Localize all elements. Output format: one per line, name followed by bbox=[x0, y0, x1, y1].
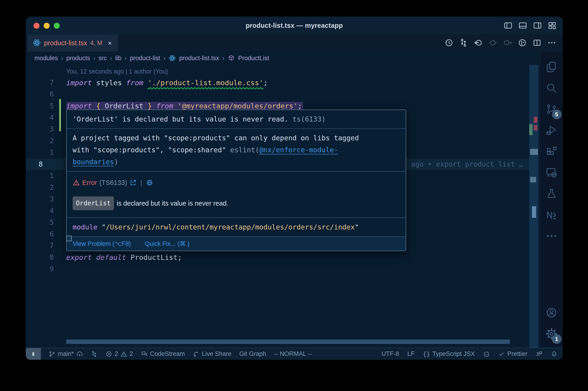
minimize-window-button[interactable] bbox=[44, 23, 50, 29]
remote-indicator[interactable] bbox=[26, 348, 41, 360]
run-debug-icon[interactable] bbox=[541, 120, 562, 141]
code-editor[interactable]: You, 12 seconds ago | 1 author (You)7imp… bbox=[26, 65, 540, 348]
close-window-button[interactable] bbox=[34, 23, 39, 29]
breadcrumb-item[interactable]: product-list.tsx bbox=[179, 55, 219, 62]
customize-layout-icon[interactable] bbox=[548, 21, 557, 31]
notifications-status[interactable] bbox=[551, 351, 558, 357]
status-bar: main* 2 2 CodeStream Live Share Git Grap… bbox=[26, 348, 563, 360]
quick-fix-link[interactable]: Quick Fix... (⌘.) bbox=[145, 240, 189, 247]
split-editor-icon[interactable] bbox=[532, 38, 542, 48]
error-circle-icon bbox=[105, 351, 112, 357]
globe-icon[interactable] bbox=[146, 179, 153, 186]
traffic-lights bbox=[34, 23, 60, 29]
line-number bbox=[26, 65, 66, 77]
git-added-mark bbox=[529, 124, 533, 135]
line-number: 3 bbox=[26, 194, 66, 205]
chevron-right-icon: › bbox=[61, 55, 63, 62]
search-icon[interactable] bbox=[541, 77, 562, 98]
code-line: You, 12 seconds ago | 1 author (You) bbox=[26, 65, 529, 77]
breadcrumb-item[interactable]: product-list bbox=[130, 55, 160, 62]
zoom-window-button[interactable] bbox=[54, 23, 60, 29]
code-line: 9 bbox=[26, 263, 529, 275]
error-label: Error bbox=[82, 177, 97, 189]
react-icon bbox=[33, 39, 41, 48]
compare-changes-status[interactable] bbox=[91, 351, 98, 357]
octoface-icon bbox=[483, 351, 490, 357]
copilot-status[interactable] bbox=[483, 351, 490, 357]
share-icon bbox=[193, 351, 200, 357]
chevron-right-icon: › bbox=[125, 55, 127, 62]
git-branch-icon bbox=[49, 351, 56, 357]
nx-console-icon[interactable] bbox=[541, 204, 562, 225]
warning-triangle-icon bbox=[73, 179, 80, 186]
breadcrumb-item[interactable]: src bbox=[98, 55, 107, 62]
encoding-status[interactable]: UTF-8 bbox=[382, 350, 399, 357]
extensions-icon[interactable] bbox=[541, 141, 562, 162]
error-code: (TS6133) bbox=[99, 177, 127, 189]
request-changes-icon[interactable] bbox=[459, 38, 468, 48]
breadcrumb-item[interactable]: products bbox=[66, 55, 90, 62]
close-tab-icon[interactable]: × bbox=[108, 39, 112, 47]
tooltip-error-detail: Error(TS6133) | OrderList is declared bu… bbox=[67, 172, 406, 218]
symbol-chip: OrderList bbox=[73, 196, 114, 210]
timeline-history-icon[interactable] bbox=[444, 38, 453, 48]
error-hover-tooltip: 'OrderList' is declared but its value is… bbox=[66, 109, 406, 251]
testing-beaker-icon[interactable] bbox=[541, 183, 562, 204]
merge-node-icon[interactable] bbox=[488, 38, 498, 48]
eol-status[interactable]: LF bbox=[408, 350, 415, 357]
source-control-icon[interactable]: 5 bbox=[541, 98, 562, 120]
line-number: 7 bbox=[26, 240, 66, 252]
back-circle-icon[interactable] bbox=[474, 38, 483, 48]
selected-code: import { OrderList } from '@myreactapp/m… bbox=[66, 102, 303, 110]
line-number: 6 bbox=[26, 228, 66, 240]
error-description: is declared but its value is never read. bbox=[117, 197, 229, 209]
scrollbar-overview-ruler[interactable] bbox=[529, 65, 538, 348]
language-status[interactable]: {}TypeScript JSX bbox=[423, 350, 475, 357]
toggle-sidebar-icon[interactable] bbox=[504, 21, 513, 31]
run-commits-icon[interactable] bbox=[518, 38, 527, 48]
forward-circle-icon[interactable] bbox=[503, 38, 512, 48]
check-icon bbox=[498, 351, 505, 357]
live-share-status[interactable]: Live Share bbox=[193, 350, 232, 357]
tab-product-list[interactable]: product-list.tsx 4, M × bbox=[28, 34, 118, 52]
code-line: 8export default ProductList; bbox=[26, 252, 529, 263]
codestream-status[interactable]: CodeStream bbox=[141, 350, 185, 357]
line-number: 1 bbox=[26, 170, 66, 182]
chevron-right-icon: › bbox=[163, 55, 165, 62]
git-graph-status[interactable]: Git Graph bbox=[239, 350, 266, 357]
tooltip-title: 'OrderList' is declared but its value is… bbox=[67, 110, 406, 129]
tooltip-module-path: module "/Users/juri/nrwl/content/myreact… bbox=[67, 218, 406, 237]
line-number: 8 bbox=[26, 159, 66, 170]
account-icon[interactable] bbox=[541, 302, 562, 323]
toggle-panel-icon[interactable] bbox=[518, 21, 527, 31]
git-branch-status[interactable]: main* bbox=[49, 350, 83, 357]
comment-icon bbox=[141, 351, 148, 357]
bell-icon bbox=[551, 351, 558, 357]
line-number: 8 bbox=[26, 252, 66, 263]
git-gutter-added-bar bbox=[59, 99, 61, 131]
window-title: product-list.tsx — myreactapp bbox=[246, 22, 343, 29]
breadcrumb-item[interactable]: modules bbox=[34, 55, 58, 62]
external-link-icon[interactable] bbox=[129, 179, 137, 186]
cursor-position-mark bbox=[532, 206, 536, 218]
view-problem-link[interactable]: View Problem (⌥F8) bbox=[73, 240, 131, 247]
line-number: 2 bbox=[26, 135, 66, 147]
more-actions-icon[interactable] bbox=[547, 38, 556, 48]
line-content bbox=[66, 263, 529, 275]
breadcrumb-item[interactable]: ProductList bbox=[238, 55, 269, 62]
remote-explorer-icon[interactable] bbox=[541, 162, 562, 183]
horizontal-scrollbar[interactable] bbox=[66, 340, 510, 344]
tooltip-actions: View Problem (⌥F8) Quick Fix... (⌘.) bbox=[67, 237, 406, 251]
problems-status[interactable]: 2 2 bbox=[105, 350, 133, 357]
settings-gear-icon[interactable]: 1 bbox=[541, 323, 562, 344]
tooltip-resize-grip[interactable] bbox=[66, 236, 72, 241]
toggle-secondary-sidebar-icon[interactable] bbox=[533, 21, 542, 31]
prettier-status[interactable]: Prettier bbox=[498, 350, 527, 357]
line-number: 1 bbox=[26, 147, 66, 159]
explorer-icon[interactable] bbox=[541, 56, 562, 77]
more-views-icon[interactable] bbox=[541, 225, 562, 247]
symbol-module-icon bbox=[228, 54, 235, 62]
breadcrumb-item[interactable]: lib bbox=[115, 55, 121, 62]
feedback-status[interactable] bbox=[536, 351, 543, 357]
vim-mode-status[interactable]: -- NORMAL -- bbox=[274, 350, 312, 357]
